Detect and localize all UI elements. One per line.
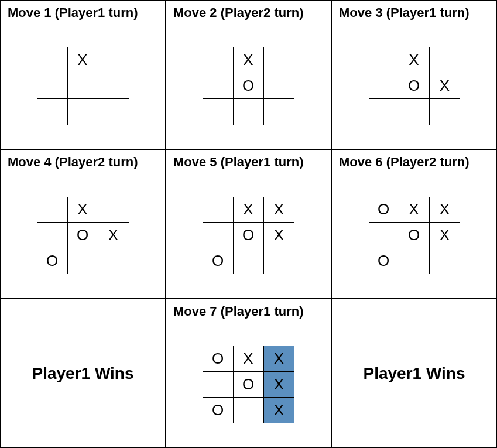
cell-2-2	[430, 248, 460, 274]
cell-1-0	[203, 223, 234, 248]
cell-2-2	[98, 99, 129, 125]
cell-0-1: X	[234, 346, 264, 372]
board-wrap: O X X O X O X	[173, 326, 324, 443]
cell-2-1	[234, 248, 264, 274]
cell-1-2	[264, 73, 294, 99]
cell-1-2: X	[264, 223, 294, 248]
cell-1-2	[98, 73, 129, 99]
win-text: Player1 Wins	[32, 364, 133, 383]
cell-1-2: X	[430, 73, 460, 99]
cell-0-0: O	[369, 197, 399, 223]
cell-2-0: O	[37, 248, 68, 274]
cell-0-1: X	[399, 47, 430, 73]
cell-0-1: X	[234, 47, 264, 73]
cell-2-1	[234, 398, 264, 423]
cell-2-2	[264, 248, 294, 274]
cell-2-2	[430, 99, 460, 125]
cell-0-0	[203, 197, 234, 223]
result-panel-right: Player1 Wins	[331, 299, 497, 448]
cell-2-0	[203, 99, 234, 125]
cell-1-1	[68, 73, 98, 99]
cell-1-1: O	[234, 223, 264, 248]
cell-0-2	[264, 47, 294, 73]
cell-0-1: X	[234, 197, 264, 223]
cell-1-0	[203, 372, 234, 398]
cell-2-0: O	[203, 248, 234, 274]
cell-0-1: X	[399, 197, 430, 223]
move-panel-6: Move 6 (Player2 turn) O X X O X O	[331, 149, 497, 299]
cell-2-1	[234, 99, 264, 125]
cell-1-0	[369, 73, 399, 99]
cell-1-0	[37, 73, 68, 99]
board-wrap: X O X O	[8, 177, 158, 293]
move-panel-7: Move 7 (Player1 turn) O X X O X O X	[166, 299, 331, 448]
cell-2-0	[369, 99, 399, 125]
cell-2-0	[37, 99, 68, 125]
cell-2-1	[68, 99, 98, 125]
move-title: Move 1 (Player1 turn)	[8, 5, 158, 20]
cell-1-1: O	[234, 372, 264, 398]
board-wrap: X X O X O	[173, 177, 324, 293]
cell-0-0	[37, 197, 68, 223]
cell-0-2	[430, 47, 460, 73]
tic-tac-toe-board: X O X	[369, 47, 460, 125]
cell-1-0	[203, 73, 234, 99]
cell-0-2	[98, 197, 129, 223]
cell-1-1: O	[399, 73, 430, 99]
cell-1-2: X	[264, 372, 294, 398]
cell-0-2: X	[264, 346, 294, 372]
move-title: Move 4 (Player2 turn)	[8, 155, 158, 170]
move-title: Move 2 (Player2 turn)	[173, 5, 324, 20]
tic-tac-toe-board: X O X O	[37, 197, 129, 274]
cell-2-1	[68, 248, 98, 274]
cell-2-1	[399, 248, 430, 274]
cell-0-0	[203, 47, 234, 73]
cell-1-2: X	[430, 223, 460, 248]
move-panel-5: Move 5 (Player1 turn) X X O X O	[166, 149, 331, 299]
tic-tac-toe-board: O X X O X O	[369, 197, 460, 274]
game-grid: Move 1 (Player1 turn) X Move 2 (Player2 …	[0, 0, 497, 448]
win-text: Player1 Wins	[363, 364, 465, 383]
move-title: Move 6 (Player2 turn)	[339, 155, 489, 170]
move-panel-2: Move 2 (Player2 turn) X O	[166, 0, 331, 149]
result-panel-left: Player1 Wins	[0, 299, 166, 448]
move-title: Move 7 (Player1 turn)	[173, 304, 324, 319]
cell-0-0	[37, 47, 68, 73]
cell-1-1: O	[68, 223, 98, 248]
tic-tac-toe-board: X	[37, 47, 129, 125]
cell-1-1: O	[234, 73, 264, 99]
cell-0-0: O	[203, 346, 234, 372]
move-title: Move 5 (Player1 turn)	[173, 155, 324, 170]
board-wrap: O X X O X O	[339, 177, 489, 293]
cell-2-2: X	[264, 398, 294, 423]
cell-2-2	[264, 99, 294, 125]
tic-tac-toe-board: X O	[203, 47, 294, 125]
cell-2-0: O	[203, 398, 234, 423]
cell-1-0	[369, 223, 399, 248]
cell-0-1: X	[68, 197, 98, 223]
board-wrap: X O X	[339, 28, 489, 144]
move-panel-3: Move 3 (Player1 turn) X O X	[331, 0, 497, 149]
cell-1-2: X	[98, 223, 129, 248]
move-panel-1: Move 1 (Player1 turn) X	[0, 0, 166, 149]
tic-tac-toe-board: X X O X O	[203, 197, 294, 274]
cell-2-2	[98, 248, 129, 274]
board-wrap: X O	[173, 28, 324, 144]
cell-0-0	[369, 47, 399, 73]
cell-0-2	[98, 47, 129, 73]
move-title: Move 3 (Player1 turn)	[339, 5, 489, 20]
cell-2-1	[399, 99, 430, 125]
cell-0-2: X	[264, 197, 294, 223]
tic-tac-toe-board: O X X O X O X	[203, 346, 294, 423]
cell-1-0	[37, 223, 68, 248]
board-wrap: X	[8, 28, 158, 144]
move-panel-4: Move 4 (Player2 turn) X O X O	[0, 149, 166, 299]
cell-0-1: X	[68, 47, 98, 73]
cell-1-1: O	[399, 223, 430, 248]
cell-0-2: X	[430, 197, 460, 223]
cell-2-0: O	[369, 248, 399, 274]
